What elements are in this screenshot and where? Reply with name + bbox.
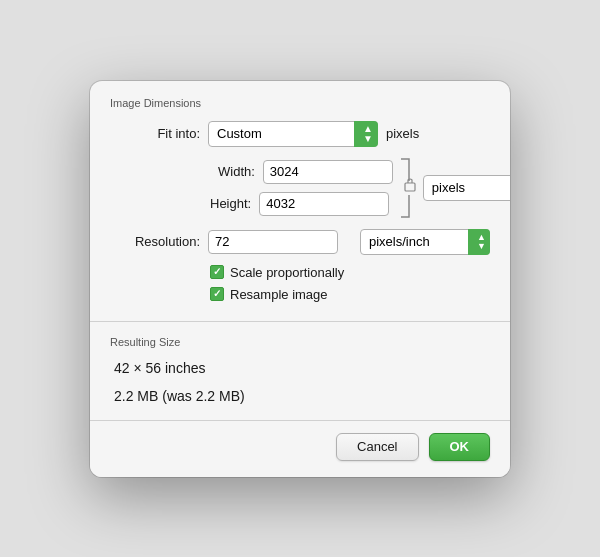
resolution-label: Resolution: bbox=[110, 234, 200, 249]
resample-image-row: ✓ Resample image bbox=[110, 287, 490, 302]
pixels-suffix-label: pixels bbox=[386, 126, 419, 141]
unit-select-wrapper[interactable]: pixels inches cm mm ▲▼ bbox=[423, 175, 510, 201]
scale-proportionally-checkbox[interactable]: ✓ bbox=[210, 265, 224, 279]
height-label: Height: bbox=[210, 196, 251, 211]
scale-proportionally-checkbox-wrapper[interactable]: ✓ Scale proportionally bbox=[210, 265, 344, 280]
result-mb: 2.2 MB (was 2.2 MB) bbox=[110, 388, 490, 404]
scale-proportionally-label: Scale proportionally bbox=[230, 265, 344, 280]
resample-image-checkbox[interactable]: ✓ bbox=[210, 287, 224, 301]
image-dimensions-section: Image Dimensions Fit into: Custom 640 × … bbox=[90, 81, 510, 321]
resolution-unit-select-wrapper[interactable]: pixels/inch pixels/cm ▲▼ bbox=[360, 229, 490, 255]
resulting-size-title: Resulting Size bbox=[110, 336, 490, 348]
resolution-input[interactable] bbox=[208, 230, 338, 254]
fit-into-select[interactable]: Custom 640 × 480 800 × 600 1024 × 768 bbox=[208, 121, 378, 147]
svg-rect-0 bbox=[405, 183, 415, 191]
resample-checkmark-icon: ✓ bbox=[213, 289, 221, 299]
resulting-size-section: Resulting Size 42 × 56 inches 2.2 MB (wa… bbox=[90, 322, 510, 420]
width-row: Width: bbox=[210, 160, 393, 184]
unit-select[interactable]: pixels inches cm mm bbox=[423, 175, 510, 201]
resolution-row: Resolution: pixels/inch pixels/cm ▲▼ bbox=[110, 229, 490, 255]
width-input[interactable] bbox=[263, 160, 393, 184]
lock-bracket bbox=[399, 157, 417, 219]
fit-into-select-wrapper[interactable]: Custom 640 × 480 800 × 600 1024 × 768 ▲▼ bbox=[208, 121, 378, 147]
scale-proportionally-row: ✓ Scale proportionally bbox=[110, 265, 490, 280]
fit-into-row: Fit into: Custom 640 × 480 800 × 600 102… bbox=[110, 121, 490, 147]
resample-image-label: Resample image bbox=[230, 287, 328, 302]
height-row: Height: bbox=[210, 192, 393, 216]
ok-button[interactable]: OK bbox=[429, 433, 491, 461]
wh-inputs: Width: Height: bbox=[210, 160, 393, 216]
width-height-section: Width: Height: bbox=[110, 157, 490, 219]
button-row: Cancel OK bbox=[90, 421, 510, 477]
result-dimensions: 42 × 56 inches bbox=[110, 360, 490, 376]
fit-into-label: Fit into: bbox=[110, 126, 200, 141]
height-input[interactable] bbox=[259, 192, 389, 216]
image-dimensions-title: Image Dimensions bbox=[110, 97, 490, 109]
cancel-button[interactable]: Cancel bbox=[336, 433, 418, 461]
scale-checkmark-icon: ✓ bbox=[213, 267, 221, 277]
resample-image-checkbox-wrapper[interactable]: ✓ Resample image bbox=[210, 287, 328, 302]
resolution-unit-select[interactable]: pixels/inch pixels/cm bbox=[360, 229, 490, 255]
image-dimensions-dialog: Image Dimensions Fit into: Custom 640 × … bbox=[90, 81, 510, 477]
width-label: Width: bbox=[218, 164, 255, 179]
